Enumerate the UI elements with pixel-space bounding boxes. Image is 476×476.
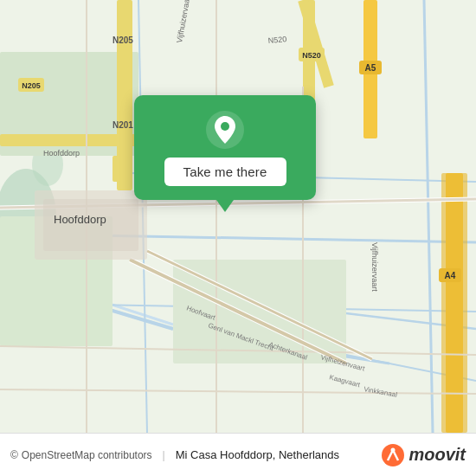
copyright-symbol: © [10, 449, 18, 461]
svg-text:Hoofddorp: Hoofddorp [54, 213, 106, 226]
svg-text:N205: N205 [22, 81, 41, 90]
moovit-logo: moovit [381, 443, 466, 467]
svg-point-62 [382, 444, 404, 466]
map-container: Vijfhuizervaart N520 N201 Hoofddorp N205… [0, 0, 476, 433]
footer: © OpenStreetMap contributors | Mi Casa H… [0, 433, 476, 476]
svg-point-63 [391, 447, 396, 452]
svg-text:Hoofddorp: Hoofddorp [43, 149, 80, 158]
svg-text:N201: N201 [113, 120, 133, 130]
location-popup: Take me there [134, 95, 316, 200]
svg-text:N520: N520 [302, 51, 321, 60]
svg-point-61 [221, 122, 229, 131]
svg-text:A5: A5 [365, 63, 376, 73]
svg-rect-19 [113, 156, 128, 182]
pin-icon [206, 111, 244, 149]
moovit-text: moovit [408, 445, 466, 465]
footer-left: © OpenStreetMap contributors | Mi Casa H… [10, 448, 339, 461]
location-label: Mi Casa Hoofddorp, Netherlands [176, 448, 339, 461]
svg-text:N520: N520 [267, 35, 286, 45]
map-background: Vijfhuizervaart N520 N201 Hoofddorp N205… [0, 0, 476, 433]
osm-attribution: OpenStreetMap contributors [22, 449, 152, 461]
svg-text:N205: N205 [113, 35, 133, 45]
svg-text:Vijfhuizervaart: Vijfhuizervaart [370, 242, 379, 292]
svg-text:A4: A4 [445, 271, 456, 280]
take-me-there-button[interactable]: Take me there [164, 158, 286, 186]
moovit-icon [381, 443, 405, 467]
